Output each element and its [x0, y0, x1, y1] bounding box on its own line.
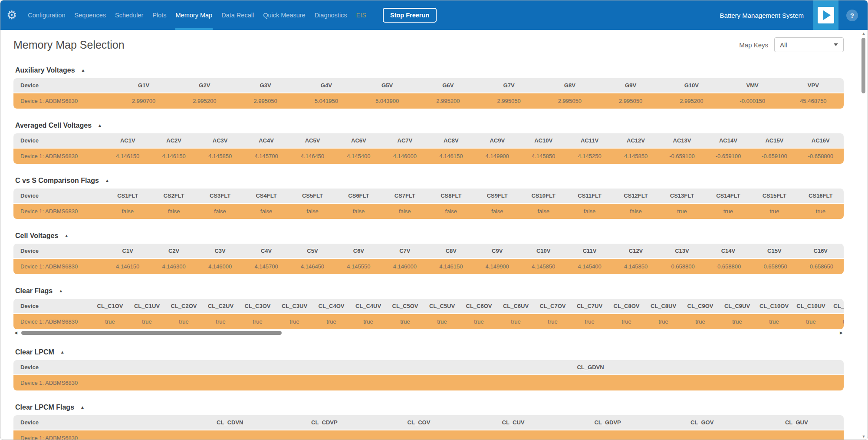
column-header: AC7V	[382, 137, 428, 144]
table-row[interactable]: Device 1: ADBMS6830	[13, 375, 844, 390]
column-header: AC8V	[428, 137, 474, 144]
section-collapse-header[interactable]: Clear LPCM Flags▲	[15, 404, 844, 411]
value-cell: -0.659100	[751, 153, 797, 159]
table-header-row: DeviceAC1VAC2VAC3VAC4VAC5VAC6VAC7VAC8VAC…	[13, 133, 844, 148]
app-title: Battery Management System	[720, 12, 804, 19]
section-collapse-header[interactable]: C vs S Comparison Flags▲	[15, 177, 844, 185]
value-cell: 4.145250	[566, 153, 612, 159]
value-cell: 4.145850	[197, 153, 243, 159]
column-header: CS1FLT	[105, 192, 151, 199]
play-button[interactable]	[813, 0, 838, 30]
value-cell: 4.145850	[520, 263, 566, 270]
nav-tab-configuration[interactable]: Configuration	[27, 0, 66, 30]
scroll-up-icon[interactable]: ▲	[861, 32, 866, 36]
nav-tab-diagnostics[interactable]: Diagnostics	[314, 0, 348, 30]
scroll-left-icon[interactable]: ◀	[14, 331, 17, 335]
nav-tab-sequences[interactable]: Sequences	[74, 0, 106, 30]
table-row[interactable]: Device 1: ADBMS68302.9907002.9952002.995…	[13, 93, 844, 109]
column-header: C4V	[243, 248, 289, 254]
scroll-down-icon[interactable]: ▼	[861, 435, 866, 439]
section-collapse-header[interactable]: Cell Voltages▲	[15, 232, 844, 240]
column-header: VPV	[783, 82, 844, 89]
column-header: AC2V	[151, 137, 197, 144]
device-cell: Device 1: ADBMS6830	[13, 318, 92, 325]
column-header: CL_C6UV	[497, 303, 534, 309]
collapse-icon: ▲	[59, 289, 63, 293]
value-cell: true	[165, 318, 202, 325]
column-header: CL_C3UV	[276, 303, 313, 309]
value-cell: -0.000150	[722, 98, 783, 104]
section-collapse-header[interactable]: Clear Flags▲	[15, 287, 844, 295]
value-cell: false	[566, 208, 612, 215]
table-row[interactable]: Device 1: ADBMS68304.1461504.1461504.145…	[13, 149, 844, 164]
value-cell: false	[428, 208, 474, 215]
section-title: Cell Voltages	[15, 232, 58, 240]
column-header: AC6V	[335, 137, 381, 144]
horizontal-scrollbar-thumb[interactable]	[21, 331, 282, 335]
device-cell: Device 1: ADBMS6830	[13, 380, 337, 386]
value-cell: 4.146150	[428, 153, 474, 159]
column-header: CL_C6OV	[460, 303, 497, 309]
device-column-header: Device	[13, 192, 105, 199]
value-cell: 4.149900	[474, 153, 520, 159]
collapse-icon: ▲	[98, 123, 102, 128]
map-keys-select[interactable]: All	[774, 37, 844, 52]
device-column-header: Device	[13, 364, 337, 371]
table-header-row: DeviceCL_GDVN	[13, 360, 844, 374]
nav-tab-memory-map[interactable]: Memory Map	[175, 0, 213, 30]
value-cell: true	[751, 208, 797, 215]
table-row[interactable]: Device 1: ADBMS6830	[13, 430, 844, 440]
section-collapse-header[interactable]: Clear LPCM▲	[15, 348, 844, 356]
help-icon[interactable]: ?	[846, 10, 858, 21]
table-header-row: DeviceCL_CDVNCL_CDVPCL_COVCL_CUVCL_GDVPC…	[13, 415, 844, 430]
device-cell: Device 1: ADBMS6830	[13, 435, 183, 440]
stop-freerun-button[interactable]: Stop Freerun	[383, 8, 437, 23]
nav-tab-scheduler[interactable]: Scheduler	[115, 0, 144, 30]
value-cell: false	[151, 208, 197, 215]
section-collapse-header[interactable]: Auxiliary Voltages▲	[15, 66, 844, 74]
play-icon	[818, 7, 834, 23]
value-cell: 4.146000	[382, 153, 428, 159]
value-cell: 4.146450	[289, 153, 335, 159]
data-table: DeviceCL_C1OVCL_C1UVCL_C2OVCL_C2UVCL_C3O…	[13, 299, 844, 329]
value-cell: -0.659100	[659, 153, 705, 159]
column-header: AC3V	[197, 137, 243, 144]
column-header: G3V	[235, 82, 296, 89]
horizontal-scrollbar[interactable]: ◀▶	[13, 331, 844, 335]
vertical-scrollbar[interactable]: ▲ ▼	[861, 32, 866, 439]
nav-tab-plots[interactable]: Plots	[152, 0, 167, 30]
value-cell: 4.146150	[428, 263, 474, 270]
collapse-icon: ▲	[64, 234, 69, 238]
value-cell: false	[105, 208, 151, 215]
table-row[interactable]: Device 1: ADBMS6830truetruetruetruetruet…	[13, 314, 844, 329]
value-cell: true	[571, 318, 608, 325]
column-header: C3V	[197, 248, 243, 254]
value-cell: 4.145850	[613, 263, 659, 270]
table-row[interactable]: Device 1: ADBMS68304.1461504.1463004.146…	[13, 259, 844, 274]
nav-tab-data-recall[interactable]: Data Recall	[221, 0, 254, 30]
value-cell: 4.146150	[105, 263, 151, 270]
column-header: C11V	[566, 248, 612, 254]
vertical-scrollbar-thumb[interactable]	[861, 38, 865, 93]
collapse-icon: ▲	[80, 405, 85, 410]
column-header: AC1V	[105, 137, 151, 144]
map-keys-value: All	[780, 41, 787, 49]
column-header: C12V	[613, 248, 659, 254]
value-cell: false	[382, 208, 428, 215]
column-header: CS14FLT	[705, 192, 751, 199]
scroll-right-icon[interactable]: ▶	[840, 331, 843, 335]
column-header: CL_C4UV	[350, 303, 387, 309]
value-cell: 4.145850	[520, 153, 566, 159]
value-cell: 4.146000	[382, 263, 428, 270]
column-header: CS11FLT	[566, 192, 612, 199]
value-cell: true	[792, 318, 829, 325]
table-row[interactable]: Device 1: ADBMS6830falsefalsefalsefalsef…	[13, 204, 844, 219]
gear-icon[interactable]: ⚙	[7, 10, 17, 21]
value-cell: -0.658800	[798, 153, 844, 159]
value-cell: 4.146150	[151, 153, 197, 159]
nav-tab-eis[interactable]: EIS	[356, 0, 367, 30]
nav-tab-quick-measure[interactable]: Quick Measure	[263, 0, 306, 30]
column-header: C14V	[705, 248, 751, 254]
value-cell: false	[243, 208, 289, 215]
section-collapse-header[interactable]: Averaged Cell Voltages▲	[15, 122, 844, 129]
